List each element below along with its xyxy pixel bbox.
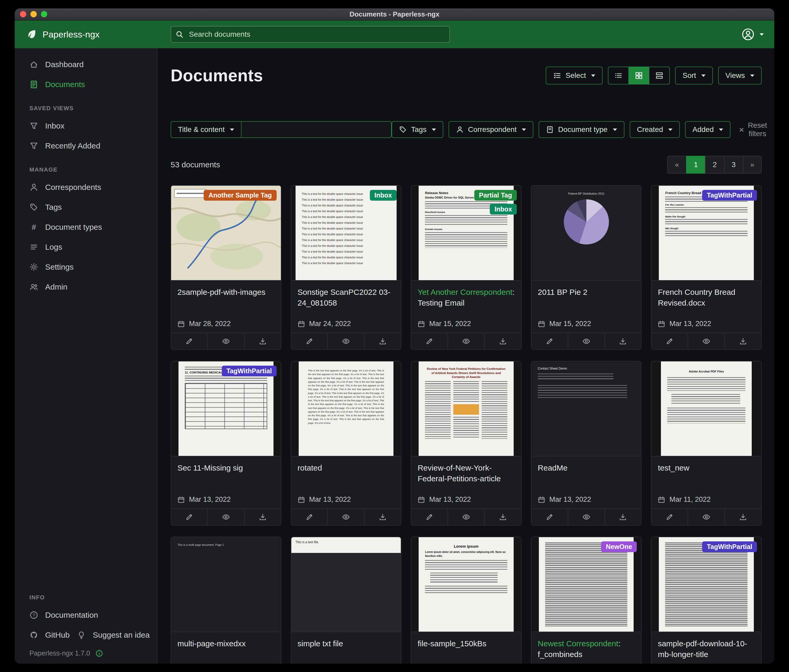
- minimize-button[interactable]: [30, 11, 37, 17]
- document-title[interactable]: ReadMe: [532, 456, 641, 473]
- brand[interactable]: Paperless-ngx: [25, 28, 158, 41]
- sidebar-item-inbox[interactable]: Inbox: [15, 116, 157, 136]
- document-thumbnail[interactable]: This is a test for the double space char…: [291, 186, 401, 281]
- added-filter-button[interactable]: Added: [685, 121, 730, 138]
- sort-button[interactable]: Sort: [675, 67, 712, 84]
- document-thumbnail[interactable]: This is a multi page document. Page 1.: [171, 537, 281, 632]
- pagination-next-button[interactable]: »: [743, 156, 762, 174]
- pagination-page-button[interactable]: 1: [686, 156, 705, 174]
- document-thumbnail[interactable]: Lorem ipsumLorem ipsum dolor sit amet, c…: [411, 537, 521, 632]
- views-button[interactable]: Views: [718, 67, 762, 84]
- edit-button[interactable]: [291, 509, 328, 525]
- sidebar-item-github[interactable]: GitHub: [15, 625, 70, 645]
- sidebar-item-documents[interactable]: Documents: [15, 75, 157, 94]
- tag-badge[interactable]: Another Sample Tag: [204, 190, 276, 201]
- view-button[interactable]: [688, 333, 725, 349]
- sidebar-item-admin[interactable]: Admin: [15, 277, 157, 297]
- download-button[interactable]: [364, 509, 401, 525]
- title-content-filter-button[interactable]: Title & content: [171, 121, 241, 138]
- document-card[interactable]: Adobe Acrobat PDF Filestest_newMar 11, 2…: [651, 361, 762, 525]
- document-card[interactable]: This is a multi page document. Page 1.mu…: [171, 537, 281, 664]
- document-thumbnail[interactable]: NewOne: [532, 537, 641, 632]
- document-title[interactable]: rotated: [291, 456, 401, 473]
- document-thumbnail[interactable]: This is the text that appears on the fir…: [291, 361, 401, 456]
- sidebar-item-document-types[interactable]: # Document types: [15, 217, 157, 237]
- edit-button[interactable]: [652, 509, 688, 525]
- info-circle-icon[interactable]: [95, 650, 104, 657]
- tag-badge[interactable]: TagWithPartial: [222, 366, 277, 376]
- document-thumbnail[interactable]: 11. CONTINUING MEDICAL EDUCATagWithParti…: [171, 361, 281, 456]
- view-button[interactable]: [448, 333, 485, 349]
- user-menu[interactable]: [741, 27, 764, 41]
- document-thumbnail[interactable]: This is a test file.: [291, 537, 401, 632]
- document-title[interactable]: 2sample-pdf-with-images: [171, 281, 281, 298]
- tag-badge[interactable]: NewOne: [601, 541, 637, 552]
- pagination-page-button[interactable]: 2: [705, 156, 724, 174]
- document-card[interactable]: Another Sample Tag2sample-pdf-with-image…: [171, 185, 281, 350]
- document-title[interactable]: Sec 11-Missing sig: [171, 456, 281, 473]
- tag-badge[interactable]: TagWithPartial: [702, 190, 757, 201]
- document-title[interactable]: 2011 BP Pie 2: [532, 281, 641, 298]
- view-grid-button[interactable]: [628, 67, 649, 84]
- created-filter-button[interactable]: Created: [630, 121, 680, 138]
- sidebar-item-correspondents[interactable]: Correspondents: [15, 177, 157, 197]
- document-thumbnail[interactable]: Review of New York Federal Petitions for…: [411, 361, 521, 456]
- document-title[interactable]: multi-page-mixedxx: [171, 632, 281, 649]
- edit-button[interactable]: [411, 509, 448, 525]
- view-details-button[interactable]: [649, 67, 670, 84]
- view-button[interactable]: [208, 333, 244, 349]
- document-thumbnail[interactable]: TagWithPartial: [652, 537, 761, 632]
- edit-button[interactable]: [532, 509, 568, 525]
- download-button[interactable]: [605, 509, 641, 525]
- document-card[interactable]: French Country BreadFor the Leaven:Make …: [651, 185, 762, 350]
- document-thumbnail[interactable]: Contact Sheet Demo: [532, 361, 641, 456]
- edit-button[interactable]: [532, 333, 568, 349]
- document-title[interactable]: Review-of-New-York-Federal-Petitions-art…: [411, 456, 521, 484]
- view-button[interactable]: [568, 509, 605, 525]
- edit-button[interactable]: [652, 333, 688, 349]
- document-title[interactable]: Yet Another Correspondent: Testing Email: [411, 281, 521, 308]
- correspondent-filter-button[interactable]: Correspondent: [449, 121, 533, 138]
- edit-button[interactable]: [291, 333, 328, 349]
- edit-button[interactable]: [411, 333, 448, 349]
- document-correspondent[interactable]: Newest Correspondent: [538, 639, 618, 648]
- document-thumbnail[interactable]: Patient BP Distribution 2011: [532, 186, 641, 281]
- document-title[interactable]: Sonstige ScanPC2022 03-24_081058: [291, 281, 401, 308]
- document-title[interactable]: test_new: [652, 456, 761, 473]
- download-button[interactable]: [244, 333, 281, 349]
- download-button[interactable]: [485, 333, 521, 349]
- sidebar-item-logs[interactable]: Logs: [15, 237, 157, 257]
- download-button[interactable]: [364, 333, 401, 349]
- sidebar-item-suggest-idea[interactable]: Suggest an idea: [70, 625, 150, 645]
- document-card[interactable]: This is the text that appears on the fir…: [291, 361, 402, 525]
- view-button[interactable]: [208, 509, 244, 525]
- view-button[interactable]: [328, 333, 364, 349]
- select-button[interactable]: Select: [546, 67, 603, 84]
- reset-filters-button[interactable]: × Reset filters: [736, 121, 770, 139]
- document-type-filter-button[interactable]: Document type: [538, 121, 624, 138]
- tag-badge[interactable]: Partial Tag: [474, 190, 517, 201]
- document-thumbnail[interactable]: Another Sample Tag: [171, 186, 281, 281]
- document-title[interactable]: French Country Bread Revised.docx: [652, 281, 761, 308]
- zoom-button[interactable]: [41, 11, 47, 17]
- view-button[interactable]: [568, 333, 605, 349]
- pagination-prev-button[interactable]: «: [667, 156, 686, 174]
- sidebar-item-dashboard[interactable]: Dashboard: [15, 54, 157, 75]
- tag-badge[interactable]: TagWithPartial: [702, 541, 757, 552]
- view-button[interactable]: [328, 509, 364, 525]
- document-card[interactable]: 11. CONTINUING MEDICAL EDUCATagWithParti…: [171, 361, 281, 525]
- download-button[interactable]: [605, 333, 641, 349]
- download-button[interactable]: [244, 509, 281, 525]
- document-card[interactable]: This is a test for the double space char…: [291, 185, 402, 350]
- sidebar-item-settings[interactable]: Settings: [15, 257, 157, 277]
- view-list-button[interactable]: [608, 67, 628, 84]
- close-button[interactable]: [20, 11, 26, 17]
- document-card[interactable]: Lorem ipsumLorem ipsum dolor sit amet, c…: [411, 537, 522, 664]
- document-title[interactable]: Newest Correspondent: f_combineds: [532, 632, 641, 660]
- edit-button[interactable]: [171, 509, 208, 525]
- document-card[interactable]: Contact Sheet DemoReadMeMar 13, 2022: [531, 361, 642, 525]
- document-correspondent[interactable]: Yet Another Correspondent: [418, 288, 512, 296]
- search-input[interactable]: [171, 26, 450, 43]
- document-card[interactable]: Review of New York Federal Petitions for…: [411, 361, 522, 525]
- tag-badge[interactable]: Inbox: [490, 204, 517, 215]
